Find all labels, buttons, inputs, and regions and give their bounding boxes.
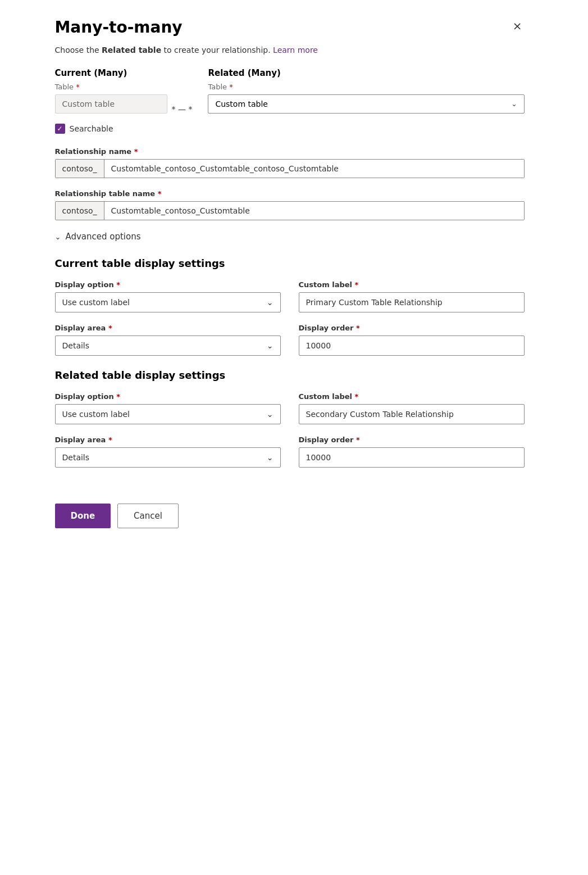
learn-more-link[interactable]: Learn more <box>273 46 318 55</box>
advanced-options-chevron-icon: ⌄ <box>55 233 61 241</box>
advanced-options-label: Advanced options <box>65 232 140 242</box>
checkmark-icon: ✓ <box>57 125 62 133</box>
related-display-option-select[interactable]: Use custom label ⌄ <box>55 404 281 424</box>
done-button[interactable]: Done <box>55 504 111 528</box>
relationship-name-field[interactable] <box>104 160 524 178</box>
related-table-column: Related (Many) Table * Custom table ⌄ <box>208 68 524 114</box>
current-display-order-group: Display order * <box>299 324 525 356</box>
relationship-name-prefix: contoso_ <box>56 160 104 178</box>
searchable-label: Searchable <box>70 124 113 133</box>
related-table-label: Table * <box>208 83 524 91</box>
related-display-order-label: Display order * <box>299 436 525 444</box>
related-column-header: Related (Many) <box>208 68 524 78</box>
current-display-order-field[interactable] <box>299 336 525 356</box>
current-display-option-select[interactable]: Use custom label ⌄ <box>55 292 281 312</box>
related-settings-grid: Display option * Use custom label ⌄ Cust… <box>55 392 525 468</box>
related-table-chevron-icon: ⌄ <box>511 100 517 108</box>
current-display-area-label: Display area * <box>55 324 281 332</box>
related-custom-label-group: Custom label * <box>299 392 525 424</box>
table-section: Current (Many) Table * Custom table * — … <box>55 68 525 114</box>
related-display-order-group: Display order * <box>299 436 525 468</box>
current-settings-title: Current table display settings <box>55 257 525 269</box>
related-display-option-label: Display option * <box>55 392 281 401</box>
many-to-many-dialog: Many-to-many × Choose the Related table … <box>42 0 547 875</box>
related-display-area-select[interactable]: Details ⌄ <box>55 447 281 468</box>
dialog-description: Choose the Related table to create your … <box>55 46 525 55</box>
current-display-option-chevron-icon: ⌄ <box>267 298 274 307</box>
current-table-label: Table * <box>55 83 167 91</box>
current-custom-label-group: Custom label * <box>299 280 525 312</box>
dialog-title: Many-to-many <box>55 18 183 37</box>
current-display-area-group: Display area * Details ⌄ <box>55 324 281 356</box>
related-table-select[interactable]: Custom table ⌄ <box>208 94 524 114</box>
current-table-column: Current (Many) Table * Custom table <box>55 68 167 114</box>
searchable-row: ✓ Searchable <box>55 124 525 134</box>
related-table-display-settings: Related table display settings Display o… <box>55 369 525 468</box>
related-custom-label-field[interactable] <box>299 404 525 424</box>
current-display-area-chevron-icon: ⌄ <box>267 341 274 350</box>
current-column-header: Current (Many) <box>55 68 167 78</box>
close-button[interactable]: × <box>510 18 525 34</box>
relationship-name-label: Relationship name * <box>55 147 525 156</box>
cancel-button[interactable]: Cancel <box>117 504 179 528</box>
current-display-option-group: Display option * Use custom label ⌄ <box>55 280 281 312</box>
current-settings-grid: Display option * Use custom label ⌄ Cust… <box>55 280 525 356</box>
relationship-name-group: Relationship name * contoso_ <box>55 147 525 178</box>
current-table-value: Custom table <box>55 94 167 114</box>
current-custom-label-label: Custom label * <box>299 280 525 289</box>
related-display-area-chevron-icon: ⌄ <box>267 453 274 462</box>
current-display-order-label: Display order * <box>299 324 525 332</box>
related-display-order-field[interactable] <box>299 447 525 468</box>
current-table-display-settings: Current table display settings Display o… <box>55 257 525 356</box>
related-display-option-chevron-icon: ⌄ <box>267 410 274 419</box>
relationship-table-name-field[interactable] <box>104 202 524 220</box>
relationship-table-name-group: Relationship table name * contoso_ <box>55 189 525 220</box>
table-connector: * — * <box>172 87 193 114</box>
current-display-option-label: Display option * <box>55 280 281 289</box>
current-custom-label-field[interactable] <box>299 292 525 312</box>
relationship-table-name-input[interactable]: contoso_ <box>55 201 525 220</box>
searchable-checkbox[interactable]: ✓ <box>55 124 65 134</box>
advanced-options-toggle[interactable]: ⌄ Advanced options <box>55 232 525 242</box>
dialog-header: Many-to-many × <box>55 18 525 37</box>
relationship-table-name-prefix: contoso_ <box>56 202 104 220</box>
relationship-table-name-label: Relationship table name * <box>55 189 525 198</box>
related-display-option-group: Display option * Use custom label ⌄ <box>55 392 281 424</box>
relationship-name-input[interactable]: contoso_ <box>55 159 525 178</box>
related-display-area-group: Display area * Details ⌄ <box>55 436 281 468</box>
related-display-area-label: Display area * <box>55 436 281 444</box>
current-display-area-select[interactable]: Details ⌄ <box>55 336 281 356</box>
dialog-footer: Done Cancel <box>55 490 525 528</box>
related-settings-title: Related table display settings <box>55 369 525 381</box>
related-custom-label-label: Custom label * <box>299 392 525 401</box>
